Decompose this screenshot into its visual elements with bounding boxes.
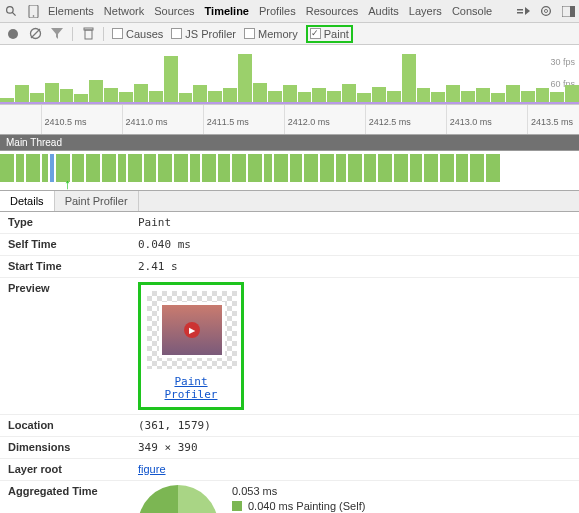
main-thread-track[interactable]: ↑ (0, 151, 579, 191)
ruler-tick: 2412.5 ms (365, 105, 411, 134)
tab-audits[interactable]: Audits (368, 5, 399, 17)
row-dimensions: Dimensions349 × 390 (0, 437, 579, 459)
preview-image (159, 302, 225, 358)
svg-point-6 (542, 7, 551, 16)
ruler-tick: 2413.0 ms (446, 105, 492, 134)
row-self-time: Self Time0.040 ms (0, 234, 579, 256)
timeline-subbar: Causes JS Profiler Memory ✓Paint (0, 23, 579, 45)
svg-point-7 (544, 9, 547, 12)
overview-bars (0, 51, 579, 104)
tab-console[interactable]: Console (452, 5, 492, 17)
svg-rect-4 (517, 9, 523, 11)
clear-icon[interactable] (28, 27, 42, 41)
jsprofiler-label: JS Profiler (185, 28, 236, 40)
causes-checkbox[interactable]: Causes (112, 28, 163, 40)
tab-network[interactable]: Network (104, 5, 144, 17)
tab-paint-profiler[interactable]: Paint Profiler (55, 191, 139, 211)
layer-root-link[interactable]: figure (138, 463, 166, 475)
ruler-tick: 2411.0 ms (122, 105, 168, 134)
memory-label: Memory (258, 28, 298, 40)
ruler-tick: 2412.0 ms (284, 105, 330, 134)
filter-icon[interactable] (50, 27, 64, 41)
search-icon[interactable] (4, 4, 18, 18)
separator (103, 27, 104, 41)
ruler-tick: 2413.5 ms (527, 105, 573, 134)
svg-rect-13 (85, 30, 92, 39)
main-thread-label: Main Thread (0, 135, 579, 151)
svg-point-3 (32, 15, 34, 17)
row-preview: Preview Paint Profiler (0, 278, 579, 415)
row-type: TypePaint (0, 212, 579, 234)
row-start-time: Start Time2.41 s (0, 256, 579, 278)
legend-self: 0.040 ms Painting (Self) (232, 500, 387, 512)
causes-label: Causes (126, 28, 163, 40)
aggregated-legend: 0.053 ms 0.040 ms Painting (Self) 0.013 … (232, 485, 387, 513)
legend-self-text: 0.040 ms Painting (Self) (248, 500, 365, 512)
record-icon[interactable] (6, 27, 20, 41)
row-aggregated-time: Aggregated Time 0.053 ms 0.040 ms Painti… (0, 481, 579, 513)
label-preview: Preview (8, 282, 138, 410)
label-type: Type (8, 216, 138, 229)
tab-layers[interactable]: Layers (409, 5, 442, 17)
selected-event-arrow-icon: ↑ (64, 176, 71, 192)
devtools-toolbar: Elements Network Sources Timeline Profil… (0, 0, 579, 23)
preview-thumbnail (147, 291, 237, 369)
paint-checkbox[interactable]: ✓Paint (310, 28, 349, 40)
settings-gear-icon[interactable] (539, 4, 553, 18)
value-location: (361, 1579) (138, 419, 571, 432)
drawer-toggle-icon[interactable] (517, 4, 531, 18)
value-type: Paint (138, 216, 571, 229)
label-dimensions: Dimensions (8, 441, 138, 454)
time-ruler[interactable]: 2410.5 ms 2411.0 ms 2411.5 ms 2412.0 ms … (0, 105, 579, 135)
value-self-time: 0.040 ms (138, 238, 571, 251)
jsprofiler-checkbox[interactable]: JS Profiler (171, 28, 236, 40)
svg-rect-5 (517, 12, 523, 14)
details-tabs: Details Paint Profiler (0, 191, 579, 212)
svg-rect-14 (84, 28, 93, 30)
svg-rect-9 (570, 6, 575, 17)
swatch-self (232, 501, 242, 511)
label-aggregated: Aggregated Time (8, 485, 138, 513)
device-icon[interactable] (26, 4, 40, 18)
overview-purple-strip (0, 102, 579, 104)
label-layer-root: Layer root (8, 463, 138, 476)
gc-icon[interactable] (81, 27, 95, 41)
label-self-time: Self Time (8, 238, 138, 251)
row-location: Location(361, 1579) (0, 415, 579, 437)
svg-point-10 (8, 29, 18, 39)
tab-timeline[interactable]: Timeline (205, 5, 249, 17)
value-start-time: 2.41 s (138, 260, 571, 273)
overview-pane[interactable]: 30 fps 60 fps (0, 45, 579, 105)
panel-tabs: Elements Network Sources Timeline Profil… (48, 5, 509, 17)
preview-highlight-box: Paint Profiler (138, 282, 244, 410)
aggregated-pie-chart (138, 485, 218, 513)
paint-label: Paint (324, 28, 349, 40)
label-start-time: Start Time (8, 260, 138, 273)
tab-resources[interactable]: Resources (306, 5, 359, 17)
paint-check-highlight: ✓Paint (306, 25, 353, 43)
ruler-tick: 2410.5 ms (41, 105, 87, 134)
aggregated-total: 0.053 ms (232, 485, 387, 497)
memory-checkbox[interactable]: Memory (244, 28, 298, 40)
value-dimensions: 349 × 390 (138, 441, 571, 454)
label-location: Location (8, 419, 138, 432)
details-panel: TypePaint Self Time0.040 ms Start Time2.… (0, 212, 579, 513)
svg-line-1 (12, 12, 15, 15)
paint-profiler-link[interactable]: Paint Profiler (147, 375, 235, 401)
row-layer-root: Layer rootfigure (0, 459, 579, 481)
ruler-tick: 2411.5 ms (203, 105, 249, 134)
separator (72, 27, 73, 41)
tab-elements[interactable]: Elements (48, 5, 94, 17)
svg-point-0 (6, 6, 13, 13)
tab-details[interactable]: Details (0, 191, 55, 211)
tab-sources[interactable]: Sources (154, 5, 194, 17)
dock-icon[interactable] (561, 4, 575, 18)
tab-profiles[interactable]: Profiles (259, 5, 296, 17)
